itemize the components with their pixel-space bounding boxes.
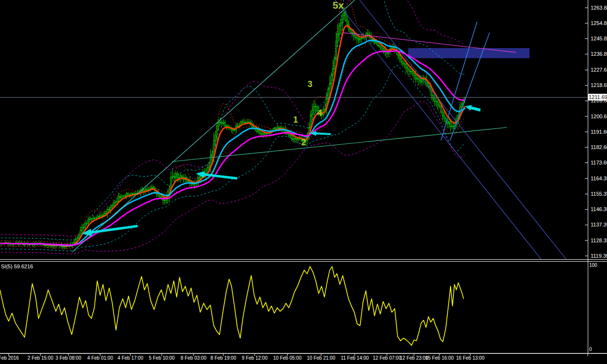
price-axis-label: 1164.35 — [591, 176, 607, 181]
price-axis-label: 1263.85 — [591, 5, 607, 11]
mt4-chart-window: 1263.851254.851245.851236.851227.601218.… — [0, 0, 607, 364]
rsi-panel[interactable] — [0, 266, 464, 345]
price-axis-label: 1128.35 — [591, 238, 607, 243]
current-price-box: 1211.69 — [588, 94, 607, 100]
wave-count-label[interactable]: 1 — [293, 115, 298, 124]
price-axis-label: 1137.35 — [591, 222, 607, 227]
chart-canvas[interactable] — [0, 0, 607, 364]
time-axis-label: 12 Feb 23:00 — [400, 355, 428, 361]
price-axis-label: 1245.85 — [591, 36, 607, 41]
price-axis-label: 1200.60 — [591, 113, 607, 119]
price-axis-label: 1218.60 — [591, 82, 607, 88]
arrow-annotation[interactable] — [465, 105, 481, 112]
time-axis-label: 15 Feb 16:00 — [426, 355, 454, 361]
band-line-1 — [1, 0, 465, 240]
band-line-1 — [1, 65, 465, 251]
band-line-2 — [1, 0, 465, 236]
time-axis-label: 4 Feb 17:00 — [117, 355, 143, 361]
price-axis-label: 1254.85 — [591, 20, 607, 26]
time-axis-label: 10 Feb 05:00 — [273, 355, 302, 361]
wave-count-label[interactable]: 2 — [301, 138, 306, 147]
fast-ma-line — [1, 25, 465, 246]
rsi-scale-top: 100 — [589, 263, 597, 268]
arrow-annotation[interactable] — [82, 225, 138, 236]
price-axis-label: 1173.60 — [591, 160, 607, 165]
time-axis-label: 11 Feb 14:00 — [341, 355, 369, 361]
rsi-line — [0, 266, 464, 345]
price-axis-label: 1119.35 — [591, 253, 607, 259]
time-axis-label: 16 Feb 13:00 — [456, 355, 485, 361]
price-axis-label: 1182.60 — [591, 144, 607, 150]
current-price-value: 1211.69 — [589, 94, 607, 100]
trendline-2[interactable] — [335, 0, 541, 259]
time-axis-label: 10 Feb 21:00 — [307, 355, 336, 361]
wave-count-label[interactable]: 3 — [308, 80, 312, 88]
rsi-indicator-label: SI(5) 59.6216 — [1, 264, 33, 269]
price-axis-label: 1155.35 — [591, 191, 607, 197]
slow-ma-line — [1, 51, 465, 245]
time-axis-label: 9 Feb 12:00 — [242, 355, 267, 361]
time-axis-label: 3 Feb 08:00 — [55, 355, 81, 361]
band-line-0 — [1, 0, 465, 243]
time-axis-label: 5 Feb 10:00 — [149, 355, 174, 361]
wave-count-label[interactable]: 4 — [317, 109, 322, 117]
price-axis-label: 1146.35 — [591, 206, 607, 212]
price-axis-label: 1227.60 — [591, 67, 607, 73]
candle-wicks — [1, 7, 465, 250]
main-chart-panel[interactable] — [0, 0, 588, 259]
band-line-0 — [1, 39, 465, 249]
price-axis-label: 1236.85 — [591, 51, 607, 57]
time-axis-label: 2 Feb 15:00 — [27, 355, 53, 361]
rsi-scale-bottom: 0 — [589, 347, 592, 352]
price-axis-label: 1191.60 — [591, 129, 607, 135]
time-axis-label: 4 Feb 01:00 — [87, 355, 113, 361]
trendline-3[interactable] — [360, 0, 566, 259]
time-axis-label: 12 Feb 07:00 — [373, 355, 401, 361]
time-axis-label: 8 Feb 03:00 — [181, 355, 206, 361]
time-axis-label: 8 Feb 19:00 — [210, 355, 236, 361]
wave-count-label[interactable]: 5x — [333, 0, 344, 10]
time-axis-label: Feb 2016 — [0, 355, 19, 361]
mid-ma-line — [1, 40, 465, 246]
